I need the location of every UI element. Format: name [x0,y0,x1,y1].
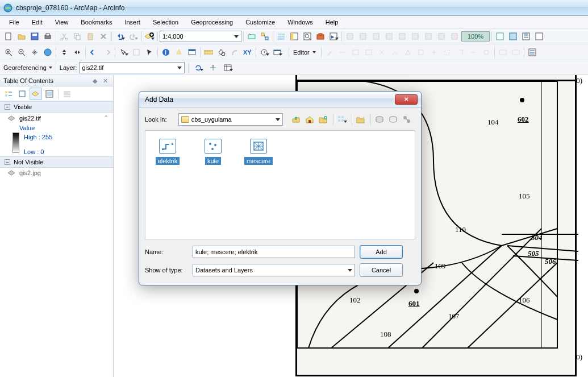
clear-selection-icon[interactable] [130,46,143,59]
menu-insert[interactable]: Insert [119,17,146,27]
file-item-mescere[interactable]: mescere [244,139,273,231]
dialog-titlebar[interactable]: Add Data ✕ [139,92,421,107]
menu-help[interactable]: Help [320,17,344,27]
html-popup-icon[interactable] [186,46,198,59]
up-one-level-icon[interactable] [290,113,302,126]
editor-label[interactable]: Editor [291,49,312,56]
toolbar-btn-7[interactable] [422,30,435,43]
toolbar-btn-2[interactable] [357,30,369,43]
chevron-down-icon[interactable] [49,67,52,69]
file-item-kule[interactable]: kule [199,139,227,231]
chevron-down-icon[interactable] [312,51,316,53]
type-combo[interactable]: Datasets and Layers [193,264,355,276]
goto-xy-icon[interactable]: XY [241,46,254,59]
measure-icon[interactable] [202,46,215,59]
toolbar-btn-1[interactable] [344,30,356,43]
save-icon[interactable] [28,30,41,43]
collapse-icon[interactable]: − [5,159,10,165]
toc-notvisible-group[interactable]: − Not Visible [0,156,113,168]
list-by-selection-icon[interactable] [43,88,56,100]
hyperlink-icon[interactable] [173,46,185,59]
list-by-drawing-icon[interactable] [2,88,15,100]
fixed-zoom-out-icon[interactable] [71,46,84,59]
name-input[interactable] [193,246,355,258]
toolbar-btn-6[interactable] [409,30,422,43]
menu-edit[interactable]: Edit [26,17,48,27]
delete-icon[interactable] [97,30,110,43]
file-list[interactable]: elektrik kule mescere [145,130,415,239]
identify-icon[interactable]: i [160,46,172,59]
layout-icon-3[interactable] [520,30,532,43]
pin-icon[interactable]: ◆ [93,77,99,84]
create-viewer-icon[interactable] [271,46,283,59]
toc-icon[interactable] [275,30,287,43]
toolbox-icon[interactable] [314,30,327,43]
toc-layer-gis2[interactable]: gis2.jpg [0,168,113,178]
new-icon[interactable] [2,30,15,43]
add-button[interactable]: Add [360,245,403,259]
add-data-icon[interactable] [143,30,156,43]
python-icon[interactable]: ▸ [327,30,340,43]
scale-input[interactable]: 1:4,000 [160,31,241,42]
prev-extent-icon[interactable] [87,46,100,59]
zoom-in-icon[interactable] [2,46,15,59]
select-elements-icon[interactable] [143,46,156,59]
toolbar-btn-8[interactable] [435,30,448,43]
print-icon[interactable] [41,30,54,43]
new-folder-icon[interactable] [355,113,367,126]
find-route-icon[interactable] [228,46,241,59]
pan-icon[interactable] [28,46,41,59]
menu-geoprocessing[interactable]: Geoprocessing [185,17,239,27]
file-item-elektrik[interactable]: elektrik [153,139,182,231]
open-icon[interactable] [15,30,28,43]
lookin-combo[interactable]: cbs_uygulama [178,113,283,126]
model-builder-icon[interactable] [258,30,271,43]
toolbar-btn-9[interactable] [448,30,461,43]
list-view-icon[interactable] [336,113,348,126]
new-file-gdb-icon[interactable] [373,113,386,126]
manage-connections-icon[interactable] [401,113,413,126]
options-icon[interactable] [61,88,73,100]
home-icon[interactable] [303,113,316,126]
select-features-icon[interactable] [117,46,130,59]
toolbar-btn-4[interactable] [383,30,395,43]
menu-file[interactable]: File [3,17,25,27]
catalog-icon[interactable] [288,30,301,43]
menu-view[interactable]: View [49,17,74,27]
find-icon[interactable] [215,46,228,59]
close-icon[interactable]: ✕ [103,77,110,84]
chevron-up-icon[interactable]: ⌃ [103,114,109,122]
layout-icon-1[interactable] [494,30,506,43]
zoom-pct[interactable]: 100% [461,31,490,42]
redo-icon[interactable] [127,30,139,43]
toc-visible-group[interactable]: − Visible [0,101,113,113]
view-link-table-icon[interactable] [222,61,234,74]
full-extent-icon[interactable] [41,46,54,59]
rotate-icon[interactable] [192,61,205,74]
layout-icon-4[interactable] [533,30,545,43]
layout-icon-2[interactable] [507,30,519,43]
copy-icon[interactable] [71,30,84,43]
menu-bookmarks[interactable]: Bookmarks [75,17,118,27]
georef-label[interactable]: Georeferencing [3,64,47,71]
toc-layer-gis22[interactable]: gis22.tif ⌃ [0,113,113,123]
collapse-icon[interactable]: − [5,104,10,110]
editor-toolbar-icon[interactable] [245,30,258,43]
time-slider-icon[interactable] [258,46,270,59]
create-features-icon[interactable] [526,46,539,59]
next-extent-icon[interactable] [101,46,113,59]
fixed-zoom-in-icon[interactable] [58,46,70,59]
menu-customize[interactable]: Customize [240,17,281,27]
toolbar-btn-5[interactable] [396,30,408,43]
add-control-points-icon[interactable] [207,61,219,74]
list-by-source-icon[interactable] [16,88,28,100]
menu-windows[interactable]: Windows [282,17,319,27]
paste-icon[interactable] [84,30,97,43]
cut-icon[interactable] [58,30,70,43]
search-icon[interactable] [301,30,314,43]
cancel-button[interactable]: Cancel [360,263,403,277]
undo-icon[interactable] [114,30,126,43]
zoom-out-icon[interactable] [15,46,28,59]
georef-layer-combo[interactable]: gis22.tif [79,62,185,73]
list-by-visibility-icon[interactable] [30,88,42,100]
